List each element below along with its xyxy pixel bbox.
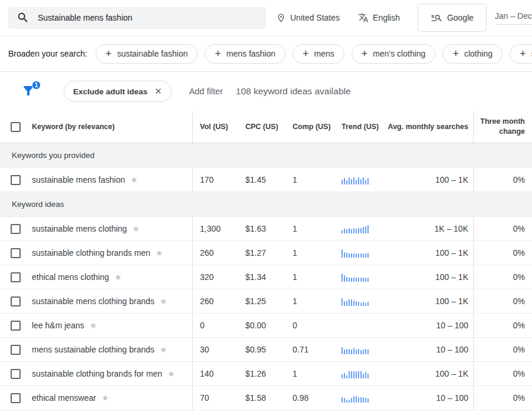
table-row: sustainable clothing brands for men★140$… [0, 362, 532, 386]
cpc-cell: $1.26 [238, 362, 285, 385]
add-filter-button[interactable]: Add filter [189, 87, 223, 96]
trend-sparkline [341, 225, 369, 233]
trend-sparkline [341, 370, 369, 378]
section-header-row: Keywords you provided [0, 143, 532, 168]
keyword-search-box[interactable] [8, 7, 266, 29]
keyword-label: sustainable mens fashion [32, 175, 125, 184]
star-icon[interactable]: ★ [168, 369, 175, 378]
star-icon[interactable]: ★ [90, 321, 97, 330]
filter-button[interactable]: 1 [21, 84, 37, 99]
date-range-selector[interactable]: Jan – Dec 20 [491, 11, 532, 25]
comp-cell: 0.98 [285, 386, 334, 410]
cpc-cell: $1.58 [238, 386, 285, 410]
row-checkbox[interactable] [11, 248, 21, 258]
comp-cell: 1 [285, 289, 334, 313]
avg-monthly-searches-cell: 100 – 1K [383, 362, 474, 385]
row-checkbox[interactable] [11, 175, 21, 185]
location-selector[interactable]: United States [276, 13, 340, 23]
row-checkbox[interactable] [11, 369, 21, 379]
avg-monthly-searches-cell: 10 – 100 [383, 314, 474, 337]
cpc-cell: $1.34 [238, 265, 285, 289]
table-row: ethical mens clothing★320$1.341100 – 1K0… [0, 265, 532, 289]
broaden-chip[interactable]: +mens [293, 44, 344, 64]
row-checkbox[interactable] [11, 393, 21, 403]
star-icon[interactable]: ★ [156, 248, 163, 258]
location-label: United States [290, 13, 340, 22]
vol-cell: 260 [193, 241, 238, 265]
table-row: mens sustainable clothing brands★30$0.95… [0, 338, 532, 362]
keyword-cell: sustainable clothing brands for men★ [0, 362, 193, 385]
keyword-cell: sustainable mens clothing★ [0, 217, 193, 240]
section-header-row: Keyword ideas [0, 192, 532, 217]
filter-count-badge: 1 [32, 81, 41, 90]
broaden-search-bar: Broaden your search: +sustainable fashio… [0, 36, 532, 72]
trend-sparkline [341, 297, 369, 306]
broaden-chip-label: men's clothing [373, 49, 425, 58]
star-icon[interactable]: ★ [130, 175, 138, 184]
header-vol[interactable]: Vol (US) [193, 111, 238, 143]
search-icon [17, 11, 29, 24]
search-network-selector[interactable]: Google [418, 4, 487, 32]
vol-cell: 70 [193, 386, 238, 410]
row-checkbox[interactable] [11, 224, 21, 234]
row-checkbox[interactable] [11, 321, 21, 331]
star-icon[interactable]: ★ [114, 272, 122, 282]
exclude-adult-ideas-chip[interactable]: Exclude adult ideas ✕ [64, 81, 172, 102]
broaden-chip[interactable]: +men's clothing [352, 44, 436, 64]
location-pin-icon [276, 13, 286, 23]
row-checkbox[interactable] [11, 272, 21, 282]
language-selector[interactable]: English [358, 12, 400, 23]
keyword-label: lee h&m jeans [32, 321, 84, 330]
header-trend[interactable]: Trend (US) [334, 111, 383, 143]
avg-monthly-searches-cell: 10 – 100 [383, 338, 474, 361]
three-month-change-cell: 0% [474, 241, 532, 265]
keyword-cell: sustainable clothing brands men★ [0, 241, 193, 265]
star-icon[interactable]: ★ [160, 296, 168, 306]
broaden-chip[interactable]: +clothing [442, 44, 503, 64]
three-month-change-cell: 0% [474, 386, 532, 410]
select-all-checkbox[interactable] [11, 122, 21, 132]
vol-cell: 0 [193, 314, 238, 337]
trend-cell [334, 314, 383, 337]
star-icon[interactable]: ★ [101, 393, 109, 403]
avg-monthly-searches-cell: 100 – 1K [383, 289, 474, 313]
header-keyword[interactable]: Keyword (by relevance) [32, 123, 114, 131]
keyword-cell: ethical mens clothing★ [0, 265, 193, 289]
broaden-chip[interactable]: +sustainable fashion [96, 44, 198, 64]
broaden-chip[interactable]: +mens fashion [205, 44, 285, 64]
vol-cell: 320 [193, 265, 238, 289]
broaden-chip-label: clothing [464, 49, 492, 58]
comp-cell: 0.71 [285, 338, 334, 361]
avg-monthly-searches-cell: 100 – 1K [383, 241, 474, 265]
plus-icon: + [215, 48, 221, 59]
keyword-label: ethical menswear [32, 393, 96, 403]
header-avg-monthly-searches[interactable]: Avg. monthly searches [383, 111, 474, 143]
cpc-cell: $1.45 [238, 168, 285, 192]
plus-icon: + [106, 48, 112, 59]
header-three-month-change[interactable]: Three month change [474, 111, 532, 143]
broaden-chip[interactable]: +sustainable womens [510, 44, 532, 64]
row-checkbox[interactable] [11, 345, 21, 355]
star-icon[interactable]: ★ [160, 345, 168, 354]
table-row: sustainable mens fashion★170$1.451100 – … [0, 168, 532, 192]
vol-cell: 30 [193, 338, 238, 361]
keyword-cell: mens sustainable clothing brands★ [0, 338, 193, 361]
remove-filter-icon[interactable]: ✕ [155, 86, 162, 97]
header-cpc[interactable]: CPC (US) [238, 111, 285, 143]
keyword-cell: sustainable mens clothing brands★ [0, 289, 193, 313]
three-month-change-cell: 0% [474, 362, 532, 385]
trend-cell [334, 265, 383, 289]
comp-cell: 1 [285, 265, 334, 289]
row-checkbox[interactable] [11, 296, 21, 306]
avg-monthly-searches-cell: 1K – 10K [383, 217, 474, 240]
search-input[interactable] [38, 13, 258, 22]
star-icon[interactable]: ★ [132, 224, 140, 233]
keyword-label: mens sustainable clothing brands [32, 345, 155, 354]
keyword-table-body: Keywords you providedsustainable mens fa… [0, 143, 532, 410]
comp-cell: 1 [285, 362, 334, 385]
header-comp[interactable]: Comp (US) [285, 111, 334, 143]
comp-cell: 1 [285, 217, 334, 240]
vol-cell: 140 [193, 362, 238, 385]
keyword-label: sustainable mens clothing [32, 224, 127, 233]
cpc-cell: $0.00 [238, 314, 285, 337]
